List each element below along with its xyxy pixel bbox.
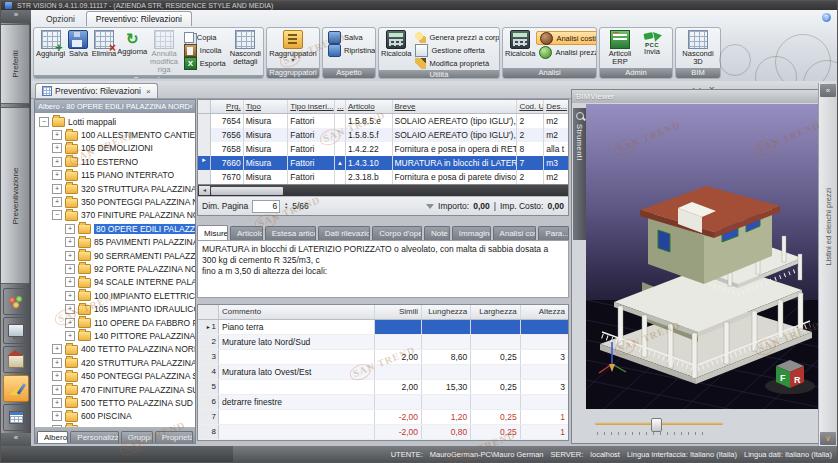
tree-item[interactable]: + 600 PISCINA: [35, 410, 195, 423]
module-monitor-button[interactable]: [3, 317, 29, 344]
module-preventivazione-button[interactable]: [3, 375, 29, 402]
elimina-button[interactable]: Elimina: [92, 29, 117, 58]
analisi-prezzi-button[interactable]: Analisi prezzi: [536, 46, 597, 58]
tree-expander-icon[interactable]: −: [52, 210, 62, 220]
modifica-proprieta-button[interactable]: Modifica proprietà: [412, 57, 500, 69]
tree-expander-icon[interactable]: +: [65, 264, 75, 274]
column-header-articolo[interactable]: Articolo: [346, 100, 393, 113]
tree-expander-icon[interactable]: +: [65, 251, 75, 261]
detail-tab[interactable]: Corpo d'opera: [372, 226, 422, 240]
tree-expander-icon[interactable]: +: [65, 277, 75, 287]
aspetto-ripristina-button[interactable]: Ripristina: [325, 44, 376, 56]
measure-row[interactable]: 5 2,00 15,30 0,25 3: [198, 380, 568, 395]
column-header-tipo-inserimento[interactable]: Tipo inseri...: [288, 100, 335, 113]
tree-expander-icon[interactable]: +: [52, 184, 62, 194]
detail-tab[interactable]: Note: [424, 226, 450, 240]
detail-tab[interactable]: Analisi costi: [493, 226, 537, 240]
tree-tab[interactable]: Personalizza: [70, 431, 118, 443]
column-header-tipo[interactable]: Tipo: [244, 100, 289, 113]
column-header-cod-um[interactable]: Cod. U.M.: [517, 100, 544, 113]
tools-tab[interactable]: Strumenti: [573, 108, 586, 240]
table-row[interactable]: 7658 Misura Fattori 1.4.2.22 Fornitura e…: [198, 142, 568, 156]
tree-item[interactable]: + 100 ALLESTIMENTO CANTIERE: [35, 128, 195, 141]
articoli-erp-button[interactable]: Articoli ERP: [605, 29, 636, 66]
esporta-button[interactable]: XEsporta: [181, 57, 229, 69]
help-icon[interactable]: ?: [822, 13, 831, 22]
aggiorna-button[interactable]: ↻Aggiorna: [117, 29, 147, 56]
spinner-icons[interactable]: ▲▼: [284, 202, 288, 210]
tree-expander-icon[interactable]: +: [52, 398, 62, 408]
measure-row[interactable]: 8 -2,00 0,80 0,25 1: [198, 425, 568, 440]
tree-expander-icon[interactable]: +: [52, 170, 62, 180]
tree-expander-icon[interactable]: +: [52, 157, 62, 167]
module-dots-button[interactable]: [3, 288, 29, 315]
scroll-left-icon[interactable]: ◂: [199, 186, 210, 195]
gestione-offerta-button[interactable]: Gestione offerta: [412, 44, 500, 56]
tree-item[interactable]: + 320 STRUTTURA PALAZZINA NORD: [35, 182, 195, 195]
tree-item[interactable]: + 420 STRUTTURA PALAZZINA SUD: [35, 356, 195, 369]
detail-tab[interactable]: Articolo: [230, 226, 263, 240]
rail-expand-button[interactable]: »: [1, 10, 31, 23]
close-icon[interactable]: ×: [146, 87, 151, 96]
invia-button[interactable]: PCCInvia: [637, 29, 668, 56]
table-row[interactable]: 7654 Misura Fattori 1.5.8.5.e SOLAIO AER…: [198, 114, 568, 128]
tree-item[interactable]: − Lotti mappali: [35, 115, 195, 128]
measure-row[interactable]: 1 Piano terra: [198, 320, 568, 335]
copia-button[interactable]: Copia: [181, 31, 229, 43]
article-description[interactable]: MURATURA in blocchi di LATERIZIO PORIZZA…: [197, 240, 569, 298]
rail-collapse-button[interactable]: «: [1, 433, 31, 446]
horizontal-scrollbar[interactable]: ◂: [198, 184, 568, 196]
3d-viewport[interactable]: F R: [586, 104, 822, 409]
page-size-input[interactable]: 6: [252, 200, 280, 213]
utilita-ricalcola-button[interactable]: Ricalcola: [381, 29, 411, 58]
tree-expander-icon[interactable]: +: [52, 385, 62, 395]
scrollbar-thumb[interactable]: [211, 187, 283, 195]
scroll-down-icon[interactable]: ∨: [820, 432, 836, 445]
tree-expander-icon[interactable]: +: [52, 411, 62, 421]
tree-expander-icon[interactable]: +: [52, 197, 62, 207]
tree-expander-icon[interactable]: +: [65, 318, 75, 328]
table-row[interactable]: 7660 Misura Fattori ▲ 1.4.3.10 MURATURA …: [198, 156, 568, 170]
detail-tab[interactable]: Para...: [538, 226, 569, 240]
tree-item[interactable]: + 80 OPERE EDILI PALAZZINA NORD: [35, 222, 195, 235]
aggiungi-button[interactable]: Aggiungi: [36, 29, 65, 58]
column-header-lunghezza[interactable]: Lunghezza: [422, 305, 471, 319]
tree-item[interactable]: + 450 PONTEGGI PALAZZINA SUD: [35, 369, 195, 382]
rail-section-preventivazione[interactable]: Preventivazione: [1, 107, 30, 284]
column-header-flag[interactable]: ...: [335, 100, 346, 113]
nascondi-dettagli-button[interactable]: Nascondi dettagli: [230, 29, 261, 66]
tree-expander-icon[interactable]: +: [52, 358, 62, 368]
tree-item[interactable]: + 470 FINITURE PALAZZINA SUD: [35, 383, 195, 396]
listini-panel-tab[interactable]: Listini ed elenchi prezzi: [819, 188, 837, 266]
column-header-prg[interactable]: Prg.: [211, 100, 244, 113]
nascondi-3d-button[interactable]: Nascondi 3D: [678, 29, 718, 66]
tree-item[interactable]: + 110 ESTERNO: [35, 155, 195, 168]
tree-expander-icon[interactable]: +: [65, 291, 75, 301]
measure-row[interactable]: 2 Murature lato Nord/Sud: [198, 335, 568, 350]
measure-row[interactable]: 3 2,00 8,60 0,25 3: [198, 350, 568, 365]
genera-prezzi-button[interactable]: Genera prezzi a corpo: [412, 31, 500, 43]
tree-item[interactable]: + 85 PAVIMENTI PALAZZINA NORD: [35, 236, 195, 249]
tree-tab[interactable]: Albero: [37, 431, 68, 443]
document-tab[interactable]: Preventivo: Rilevazioni ×: [35, 83, 158, 98]
tree-expander-icon[interactable]: +: [65, 331, 75, 341]
tree-item[interactable]: + 105 IMPIANTO IDRAULICO/RIS...: [35, 302, 195, 315]
detail-tab[interactable]: Dati rilevazione: [318, 226, 371, 240]
tree-expander-icon[interactable]: +: [65, 224, 75, 234]
tree-item[interactable]: + 110 OPERE DA FABBRO PALAZ...: [35, 316, 195, 329]
tree-expander-icon[interactable]: −: [39, 117, 49, 127]
zoom-slider[interactable]: [595, 417, 723, 435]
tree-item[interactable]: + 115 PIANO INTERRATO: [35, 169, 195, 182]
aspetto-salva-button[interactable]: Salva: [325, 31, 376, 43]
tree-item[interactable]: + 500 TETTO PALAZZINA SUD: [35, 396, 195, 409]
tree-item[interactable]: + 100 IMPIANTO ELETTRICO con...: [35, 289, 195, 302]
table-row[interactable]: 7670 Misura Fattori 2.3.18.b Fornitura e…: [198, 170, 568, 184]
ribbon-tab-opzioni[interactable]: Opzioni: [37, 12, 84, 26]
detail-tab[interactable]: Immagine: [452, 226, 491, 240]
column-header-des[interactable]: Des...: [544, 100, 568, 113]
detail-tab[interactable]: Estesa articolo: [265, 226, 316, 240]
column-header-commento[interactable]: Commento: [219, 305, 375, 319]
table-row[interactable]: 7656 Misura Fattori 1.5.8.5.f SOLAIO AER…: [198, 128, 568, 142]
filter-icon[interactable]: [426, 204, 434, 209]
tree-item[interactable]: + 105 DEMOLIZIONI: [35, 142, 195, 155]
